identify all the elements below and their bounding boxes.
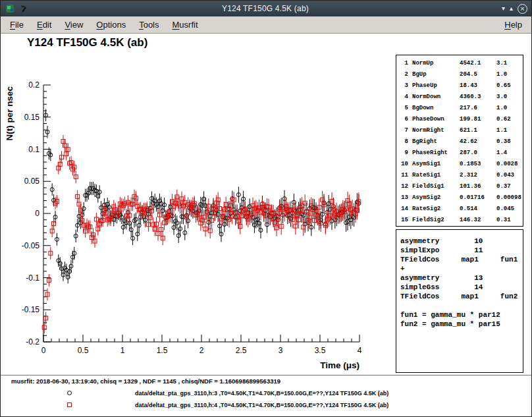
- theory-line: TFieldCos map1 fun2: [400, 292, 523, 301]
- parameter-row: 2BgUp204.51.0: [399, 69, 523, 80]
- param-idx: 15: [399, 217, 411, 223]
- parameter-row: 9PhaseRight287.01.4: [399, 147, 523, 158]
- minimize-button[interactable]: ▾: [502, 5, 505, 12]
- param-idx: 5: [399, 105, 411, 111]
- menu-accelerator: E: [37, 20, 43, 30]
- x-tick-label: 1.5: [157, 346, 168, 355]
- y-tick-label: -0.15: [22, 305, 40, 314]
- param-error: 0.65: [496, 82, 523, 89]
- param-name: AsymSig1: [412, 161, 458, 167]
- param-error: 0.37: [496, 183, 523, 190]
- param-name: PhaseDown: [412, 116, 458, 123]
- param-error: 1.0: [496, 105, 523, 111]
- y-tick-label: 0.05: [24, 177, 40, 186]
- parameter-row: 6PhaseDown199.810.62: [399, 113, 523, 125]
- y-tick-label: 0.1: [28, 145, 40, 154]
- param-value: 204.5: [460, 71, 495, 78]
- theory-line: [400, 301, 523, 310]
- param-error: 0.045: [496, 206, 523, 212]
- param-idx: 12: [399, 183, 411, 190]
- param-error: 1.0: [496, 71, 523, 78]
- param-name: PhaseRight: [412, 150, 458, 156]
- param-idx: 10: [399, 161, 411, 167]
- param-value: 42.62: [460, 138, 495, 145]
- param-idx: 8: [399, 138, 411, 145]
- series-circle: [44, 109, 361, 284]
- x-tick-label: 1: [120, 346, 125, 355]
- menu-accelerator: M: [173, 20, 180, 30]
- menu-item-help[interactable]: Help: [498, 18, 529, 32]
- menu-item-view[interactable]: View: [58, 18, 90, 32]
- param-idx: 7: [399, 127, 411, 134]
- menu-accelerator: O: [96, 20, 103, 30]
- maximize-button[interactable]: ▴: [510, 5, 513, 12]
- param-name: FieldSig2: [412, 217, 458, 223]
- theory-box: asymmetry 10simplExpo 11TFieldCos map1 f…: [396, 229, 523, 373]
- menu-accelerator: F: [10, 20, 15, 30]
- param-value: 18.43: [460, 82, 495, 89]
- menu-left: FileEditViewOptionsToolsMusrfit: [3, 18, 205, 32]
- param-idx: 3: [399, 82, 411, 89]
- param-idx: 14: [399, 206, 411, 212]
- app-icon: [5, 3, 15, 14]
- param-name: RateSig2: [412, 206, 458, 212]
- param-value: 2.312: [460, 172, 495, 179]
- theory-line: asymmetry 13: [400, 273, 523, 283]
- y-axis-title: N(t) per nsec: [5, 86, 14, 141]
- menu-accelerator: V: [65, 20, 70, 30]
- param-value: 0.514: [460, 206, 495, 212]
- plot-title: Y124 TF150G 4.5K (ab): [27, 36, 147, 49]
- x-tick-label: 3.5: [315, 346, 326, 355]
- param-error: 0.62: [496, 116, 523, 123]
- parameter-row: 15FieldSig2146.320.31: [399, 214, 523, 225]
- param-name: BgDown: [412, 105, 458, 111]
- parameter-row: 10AsymSig10.18530.0028: [399, 158, 523, 169]
- x-tick-label: 2.5: [236, 346, 247, 355]
- param-name: NormDown: [412, 94, 458, 100]
- menu-item-edit[interactable]: Edit: [30, 18, 58, 32]
- parameter-row: 14RateSig20.5140.045: [399, 203, 523, 214]
- x-axis-title: Time (μs): [320, 360, 359, 370]
- legend: data/deltat_pta_gps_3110,h:3 ,T0=4.50K,T…: [1, 388, 531, 412]
- parameter-row: 5BgDown217.61.0: [399, 102, 523, 113]
- param-value: 199.81: [460, 116, 495, 123]
- series-square: [42, 135, 361, 333]
- param-error: 0.38: [496, 138, 523, 145]
- param-error: 0.043: [496, 172, 523, 179]
- menu-item-musrfit[interactable]: Musrfit: [166, 18, 205, 32]
- chart-svg[interactable]: 0.20.150.10.050-0.05-0.1-0.15-0.200.511.…: [1, 52, 376, 375]
- theory-line: simplExpo 11: [400, 246, 523, 255]
- legend-circle-marker-icon: [67, 391, 72, 395]
- parameter-row: 4NormDown4360.33.0: [399, 91, 523, 102]
- param-error: 0.0028: [496, 161, 523, 167]
- legend-run-label: data/deltat_pta_gps_3110,h:4 ,T0=4.50K,T…: [135, 402, 388, 408]
- titlebar[interactable]: Y124 TF150G 4.5K (ab) ▾▴×: [1, 1, 531, 16]
- menu-item-tools[interactable]: Tools: [132, 18, 165, 32]
- x-tick-label: 3: [279, 346, 283, 355]
- param-value: 4360.3: [460, 94, 495, 100]
- param-idx: 13: [399, 194, 411, 201]
- menu-item-file[interactable]: File: [3, 18, 30, 32]
- param-name: BgUp: [412, 71, 458, 78]
- menu-bar: FileEditViewOptionsToolsMusrfit Help: [1, 16, 531, 34]
- param-value: 0.01716: [460, 194, 495, 201]
- theory-line: fun1 = gamma_mu * par12: [400, 310, 523, 320]
- param-error: 3.1: [496, 60, 523, 67]
- y-tick-label: 0.15: [24, 113, 40, 122]
- theory-line: TFieldCos map1 fun1: [400, 255, 523, 264]
- param-value: 4542.1: [460, 60, 495, 67]
- theory-line: +: [400, 264, 523, 273]
- menu-item-options[interactable]: Options: [90, 18, 132, 32]
- x-tick-label: 0.5: [78, 346, 89, 355]
- y-tick-label: -0.2: [26, 337, 40, 347]
- param-value: 621.1: [460, 127, 495, 134]
- legend-item: data/deltat_pta_gps_3110,h:3 ,T0=4.50K,T…: [1, 388, 531, 400]
- x-tick-label: 0: [41, 346, 46, 355]
- parameter-row: 12FieldSig1101.360.37: [399, 181, 523, 192]
- param-idx: 1: [399, 60, 411, 67]
- parameter-box: 1NormUp4542.13.12BgUp204.51.03PhaseUp18.…: [396, 55, 523, 227]
- legend-square-marker-icon: [67, 403, 72, 407]
- close-button[interactable]: ×: [518, 4, 527, 14]
- menu-right: Help: [498, 18, 529, 32]
- param-value: 217.6: [460, 105, 495, 111]
